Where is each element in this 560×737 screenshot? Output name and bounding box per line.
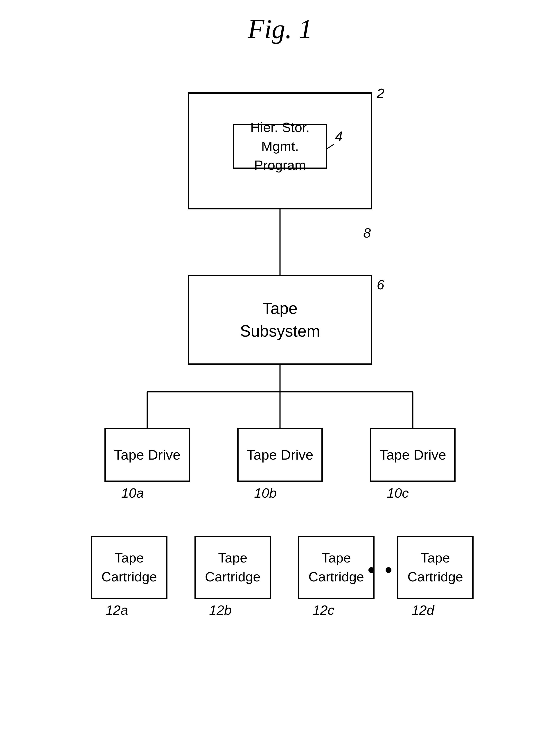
page: Fig. 1 Host System 2 xyxy=(0,0,560,737)
tape-cartridge-a-box: TapeCartridge xyxy=(91,536,167,599)
tape-drive-c-box: Tape Drive xyxy=(370,428,456,482)
host-system-ref: 2 xyxy=(377,86,384,101)
tape-subsystem-label: TapeSubsystem xyxy=(240,297,320,342)
figure-title: Fig. 1 xyxy=(248,14,312,45)
tape-drive-b-box: Tape Drive xyxy=(237,428,323,482)
tape-cartridge-b-box: TapeCartridge xyxy=(194,536,271,599)
tape-cartridge-c-ref: 12c xyxy=(313,602,334,618)
tape-drive-c-ref: 10c xyxy=(387,485,409,501)
diagram: Host System 2 Hier. Stor. Mgmt.Program 4… xyxy=(77,63,483,694)
tape-drive-a-ref: 10a xyxy=(121,485,144,501)
tape-cartridge-c-label: TapeCartridge xyxy=(309,549,364,586)
tape-cartridge-a-label: TapeCartridge xyxy=(102,549,157,586)
tape-cartridge-d-ref: 12d xyxy=(412,602,434,618)
connection-ref: 8 xyxy=(363,225,371,241)
tape-drive-a-label: Tape Drive xyxy=(114,446,181,464)
tape-cartridge-c-box: TapeCartridge xyxy=(298,536,375,599)
tape-cartridge-a-ref: 12a xyxy=(106,602,128,618)
tape-cartridge-b-ref: 12b xyxy=(209,602,232,618)
tape-subsystem-box: TapeSubsystem xyxy=(188,275,372,365)
hsm-program-box: Hier. Stor. Mgmt.Program xyxy=(233,124,327,169)
tape-subsystem-ref: 6 xyxy=(377,277,384,292)
hsm-ref: 4 xyxy=(335,128,343,144)
tape-cartridge-d-label: TapeCartridge xyxy=(408,549,463,586)
hsm-program-label: Hier. Stor. Mgmt.Program xyxy=(234,118,326,175)
tape-drive-b-label: Tape Drive xyxy=(247,446,313,464)
tape-cartridge-d-box: TapeCartridge xyxy=(397,536,474,599)
tape-drive-b-ref: 10b xyxy=(254,485,277,501)
tape-drive-a-box: Tape Drive xyxy=(104,428,190,482)
tape-drive-c-label: Tape Drive xyxy=(379,446,446,464)
tape-cartridge-b-label: TapeCartridge xyxy=(205,549,261,586)
